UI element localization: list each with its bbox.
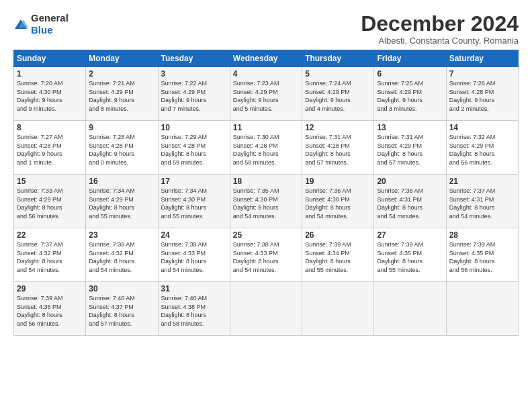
table-cell: 22Sunrise: 7:37 AM Sunset: 4:32 PM Dayli… [14,228,86,282]
day-number: 3 [161,69,227,79]
logo-general: General [31,12,69,24]
calendar-table: Sunday Monday Tuesday Wednesday Thursday… [13,50,519,336]
day-info: Sunrise: 7:39 AM Sunset: 4:35 PM Dayligh… [377,240,443,274]
table-cell: 2Sunrise: 7:21 AM Sunset: 4:29 PM Daylig… [86,67,158,121]
day-info: Sunrise: 7:29 AM Sunset: 4:28 PM Dayligh… [161,133,227,167]
day-info: Sunrise: 7:38 AM Sunset: 4:32 PM Dayligh… [89,240,154,274]
table-row: 15Sunrise: 7:33 AM Sunset: 4:29 PM Dayli… [14,175,519,228]
table-cell: 17Sunrise: 7:34 AM Sunset: 4:30 PM Dayli… [158,175,230,228]
table-cell: 23Sunrise: 7:38 AM Sunset: 4:32 PM Dayli… [86,228,158,282]
day-number: 20 [377,177,443,186]
table-cell: 12Sunrise: 7:31 AM Sunset: 4:28 PM Dayli… [302,121,374,175]
day-number: 16 [89,177,154,186]
day-info: Sunrise: 7:33 AM Sunset: 4:29 PM Dayligh… [17,187,83,220]
day-info: Sunrise: 7:39 AM Sunset: 4:36 PM Dayligh… [17,294,83,328]
day-number: 6 [377,69,443,79]
logo: General Blue [13,12,69,36]
table-cell: 19Sunrise: 7:36 AM Sunset: 4:30 PM Dayli… [302,175,374,228]
subtitle: Albesti, Constanta County, Romania [361,36,519,46]
day-info: Sunrise: 7:32 AM Sunset: 4:29 PM Dayligh… [449,133,515,167]
table-row: 1Sunrise: 7:20 AM Sunset: 4:30 PM Daylig… [14,67,519,121]
logo-icon [13,18,28,30]
day-number: 26 [305,230,371,240]
day-info: Sunrise: 7:21 AM Sunset: 4:29 PM Dayligh… [89,79,154,113]
day-number: 19 [305,177,371,186]
table-cell [230,282,302,336]
table-cell: 13Sunrise: 7:31 AM Sunset: 4:29 PM Dayli… [374,121,446,175]
day-info: Sunrise: 7:36 AM Sunset: 4:31 PM Dayligh… [377,187,443,220]
table-cell: 28Sunrise: 7:39 AM Sunset: 4:35 PM Dayli… [446,228,518,282]
table-row: 29Sunrise: 7:39 AM Sunset: 4:36 PM Dayli… [14,282,519,336]
day-number: 21 [449,177,515,186]
day-number: 31 [161,284,227,293]
day-number: 1 [17,69,83,79]
header-row: Sunday Monday Tuesday Wednesday Thursday… [14,50,519,67]
day-number: 5 [305,69,371,79]
day-number: 29 [17,284,83,293]
table-cell: 20Sunrise: 7:36 AM Sunset: 4:31 PM Dayli… [374,175,446,228]
day-info: Sunrise: 7:23 AM Sunset: 4:29 PM Dayligh… [233,79,299,113]
day-number: 2 [89,69,154,79]
table-cell: 26Sunrise: 7:39 AM Sunset: 4:34 PM Dayli… [302,228,374,282]
day-number: 9 [89,123,154,132]
table-cell: 24Sunrise: 7:38 AM Sunset: 4:33 PM Dayli… [158,228,230,282]
table-cell: 8Sunrise: 7:27 AM Sunset: 4:28 PM Daylig… [14,121,86,175]
table-cell: 15Sunrise: 7:33 AM Sunset: 4:29 PM Dayli… [14,175,86,228]
day-number: 12 [305,123,371,132]
table-cell [374,282,446,336]
day-info: Sunrise: 7:36 AM Sunset: 4:30 PM Dayligh… [305,187,371,220]
day-info: Sunrise: 7:24 AM Sunset: 4:29 PM Dayligh… [305,79,371,113]
day-info: Sunrise: 7:27 AM Sunset: 4:28 PM Dayligh… [17,133,83,167]
col-tuesday: Tuesday [158,50,230,67]
day-number: 15 [17,177,83,186]
table-row: 22Sunrise: 7:37 AM Sunset: 4:32 PM Dayli… [14,228,519,282]
day-number: 11 [233,123,299,132]
day-number: 25 [233,230,299,240]
table-cell: 6Sunrise: 7:25 AM Sunset: 4:29 PM Daylig… [374,67,446,121]
day-number: 28 [449,230,515,240]
day-info: Sunrise: 7:25 AM Sunset: 4:29 PM Dayligh… [377,79,443,113]
day-info: Sunrise: 7:38 AM Sunset: 4:33 PM Dayligh… [233,240,299,274]
col-friday: Friday [374,50,446,67]
table-cell: 25Sunrise: 7:38 AM Sunset: 4:33 PM Dayli… [230,228,302,282]
table-cell: 16Sunrise: 7:34 AM Sunset: 4:29 PM Dayli… [86,175,158,228]
col-saturday: Saturday [446,50,518,67]
day-number: 4 [233,69,299,79]
day-info: Sunrise: 7:20 AM Sunset: 4:30 PM Dayligh… [17,79,83,113]
month-title: December 2024 [361,12,519,36]
day-number: 30 [89,284,154,293]
table-cell: 18Sunrise: 7:35 AM Sunset: 4:30 PM Dayli… [230,175,302,228]
day-info: Sunrise: 7:38 AM Sunset: 4:33 PM Dayligh… [161,240,227,274]
day-number: 14 [449,123,515,132]
table-cell: 30Sunrise: 7:40 AM Sunset: 4:37 PM Dayli… [86,282,158,336]
day-number: 13 [377,123,443,132]
table-cell: 10Sunrise: 7:29 AM Sunset: 4:28 PM Dayli… [158,121,230,175]
table-cell: 27Sunrise: 7:39 AM Sunset: 4:35 PM Dayli… [374,228,446,282]
day-info: Sunrise: 7:34 AM Sunset: 4:29 PM Dayligh… [89,187,154,220]
day-number: 10 [161,123,227,132]
table-cell: 9Sunrise: 7:28 AM Sunset: 4:28 PM Daylig… [86,121,158,175]
day-number: 23 [89,230,154,240]
table-cell: 29Sunrise: 7:39 AM Sunset: 4:36 PM Dayli… [14,282,86,336]
day-number: 18 [233,177,299,186]
col-monday: Monday [86,50,158,67]
table-cell: 7Sunrise: 7:26 AM Sunset: 4:28 PM Daylig… [446,67,518,121]
day-info: Sunrise: 7:28 AM Sunset: 4:28 PM Dayligh… [89,133,154,167]
day-info: Sunrise: 7:40 AM Sunset: 4:37 PM Dayligh… [89,294,154,328]
day-info: Sunrise: 7:34 AM Sunset: 4:30 PM Dayligh… [161,187,227,220]
day-info: Sunrise: 7:31 AM Sunset: 4:29 PM Dayligh… [377,133,443,167]
day-number: 8 [17,123,83,132]
day-info: Sunrise: 7:26 AM Sunset: 4:28 PM Dayligh… [449,79,515,113]
day-info: Sunrise: 7:31 AM Sunset: 4:28 PM Dayligh… [305,133,371,167]
title-block: December 2024 Albesti, Constanta County,… [361,12,519,46]
day-info: Sunrise: 7:39 AM Sunset: 4:34 PM Dayligh… [305,240,371,274]
day-info: Sunrise: 7:35 AM Sunset: 4:30 PM Dayligh… [233,187,299,220]
day-number: 17 [161,177,227,186]
table-cell: 3Sunrise: 7:22 AM Sunset: 4:29 PM Daylig… [158,67,230,121]
day-number: 22 [17,230,83,240]
table-cell: 21Sunrise: 7:37 AM Sunset: 4:31 PM Dayli… [446,175,518,228]
table-cell: 5Sunrise: 7:24 AM Sunset: 4:29 PM Daylig… [302,67,374,121]
day-info: Sunrise: 7:22 AM Sunset: 4:29 PM Dayligh… [161,79,227,113]
header: General Blue December 2024 Albesti, Cons… [13,12,519,46]
day-number: 27 [377,230,443,240]
